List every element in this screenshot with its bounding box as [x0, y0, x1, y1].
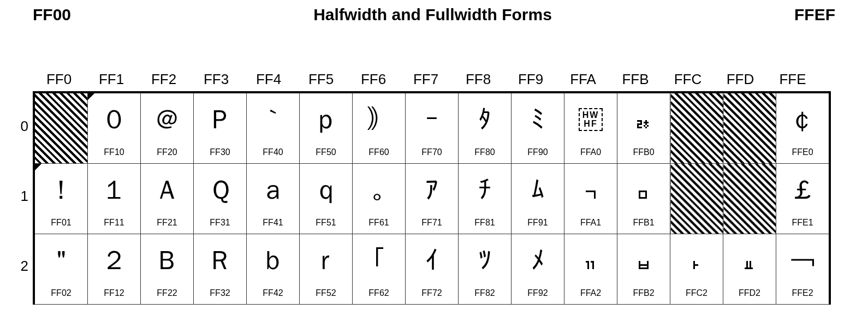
column-header: FF9 [504, 71, 557, 91]
glyph-cell: ｡FF61 [353, 164, 406, 234]
column-header: FF8 [452, 71, 504, 91]
column-header: FFE [766, 71, 819, 91]
glyph-cell: ￡FFE1 [776, 164, 830, 234]
glyph-cell: ＱFF31 [194, 164, 247, 234]
glyph-cell: ２FF12 [88, 234, 141, 305]
glyph: ﾑ [512, 164, 564, 216]
glyph-cell: ￠FFE0 [776, 92, 830, 164]
glyph: ﾡ [564, 164, 617, 216]
glyph: １ [88, 164, 140, 216]
glyph-cell: ￒFFD2 [723, 234, 776, 305]
glyph-cell: ﾂFF82 [459, 234, 512, 305]
codepoint-label: FF32 [194, 287, 246, 300]
glyph-cell: ﾡFFA1 [564, 164, 617, 234]
glyph-cell: HWHFFFA0 [564, 92, 617, 164]
glyph: ￡ [776, 164, 829, 216]
glyph-cell: ｠FF60 [353, 92, 406, 164]
codepoint-label: FF51 [300, 216, 352, 229]
codepoint-label: FF71 [406, 216, 458, 229]
glyph-cell: ￂFFC2 [670, 234, 723, 305]
codepoint-label: FFA0 [564, 146, 617, 159]
glyph: ｲ [406, 234, 458, 287]
codepoint-label: FF91 [512, 216, 564, 229]
glyph: ﾱ [617, 164, 670, 216]
codepoint-label: FF70 [406, 146, 458, 159]
glyph: ０ [88, 93, 140, 146]
codepoint-label: FFA1 [564, 216, 617, 229]
codepoint-label: FF12 [88, 287, 140, 300]
codepoint-label: FF41 [247, 216, 299, 229]
range-end: FFEF [794, 5, 835, 24]
codepoint-label: FFA2 [564, 287, 617, 300]
codepoint-label: FF80 [459, 146, 511, 159]
codepoint-label: FF40 [247, 146, 299, 159]
chart-title: Halfwidth and Fullwidth Forms [71, 5, 794, 24]
glyph: ﾰ [617, 93, 670, 146]
codepoint-label: FFE2 [776, 287, 829, 300]
glyph-cell [670, 164, 723, 234]
glyph: Ａ [141, 164, 193, 216]
glyph: ｀ [247, 93, 299, 146]
codepoint-label: FF10 [88, 146, 140, 159]
glyph-cell [723, 164, 776, 234]
glyph-cell: ﾱFFB1 [617, 164, 670, 234]
codepoint-label: FF11 [88, 216, 140, 229]
column-header: FFD [714, 71, 766, 91]
glyph: ￂ [670, 234, 723, 287]
glyph-cell: ＲFF32 [194, 234, 247, 305]
codepoint-label: FF20 [141, 146, 193, 159]
codepoint-label: FFB0 [617, 146, 670, 159]
column-headers: FF0FF1FF2FF3FF4FF5FF6FF7FF8FF9FFAFFBFFCF… [33, 71, 831, 91]
column-header: FF2 [138, 71, 190, 91]
column-header: FF0 [33, 71, 85, 91]
column-header: FF4 [242, 71, 295, 91]
glyph-cell: ﾢFFA2 [564, 234, 617, 305]
glyph-cell: ！FF01 [34, 164, 88, 234]
codepoint-label: FF81 [459, 216, 511, 229]
glyph: ｡ [353, 164, 405, 216]
glyph-cell: ﾐFF90 [512, 92, 564, 164]
hwhf-placeholder-icon: HWHF [579, 108, 603, 131]
codepoint-label: FF61 [353, 216, 405, 229]
glyph-cell: ＢFF22 [141, 234, 194, 305]
codepoint-label: FF90 [512, 146, 564, 159]
glyph-cell: ￢FFE2 [776, 234, 830, 305]
glyph-cell: ﾀFF80 [459, 92, 512, 164]
column-header: FFC [662, 71, 714, 91]
codepoint-label: FF30 [194, 146, 246, 159]
chart-header: FF00 Halfwidth and Fullwidth Forms FFEF [0, 0, 868, 24]
glyph-cell: ｂFF42 [247, 234, 300, 305]
glyph-cell [723, 92, 776, 164]
column-header: FF6 [347, 71, 400, 91]
glyph: ２ [88, 234, 140, 287]
glyph: ￠ [776, 93, 829, 146]
glyph-cell [670, 92, 723, 164]
codepoint-label: FF42 [247, 287, 299, 300]
glyph: ｐ [300, 93, 352, 146]
glyph-cell: ＠FF20 [141, 92, 194, 164]
codepoint-label: FFB2 [617, 287, 670, 300]
glyph-cell: ｱFF71 [406, 164, 459, 234]
column-header: FF3 [190, 71, 242, 91]
glyph-cell: ﾰFFB0 [617, 92, 670, 164]
codepoint-label: FF21 [141, 216, 193, 229]
codepoint-label: FF72 [406, 287, 458, 300]
glyph-cell: ｀FF40 [247, 92, 300, 164]
glyph: ＠ [141, 93, 193, 146]
glyph-cell: ｐFF50 [300, 92, 353, 164]
glyph: Ｑ [194, 164, 246, 216]
glyph: ﾐ [512, 93, 564, 146]
glyph-cell: ０FF10 [88, 92, 141, 164]
glyph: ﾂ [459, 234, 511, 287]
row-headers: 012 [11, 91, 33, 305]
glyph-cell: ｒFF52 [300, 234, 353, 305]
glyph: ￒ [723, 234, 776, 287]
glyph: ａ [247, 164, 299, 216]
glyph: ｰ [406, 93, 458, 146]
column-header: FF1 [85, 71, 138, 91]
glyph: ｱ [406, 164, 458, 216]
code-chart-grid: FF0FF1FF2FF3FF4FF5FF6FF7FF8FF9FFAFFBFFCF… [11, 71, 831, 305]
codepoint-label: FF22 [141, 287, 193, 300]
glyph: ﾁ [459, 164, 511, 216]
glyph: Ｐ [194, 93, 246, 146]
